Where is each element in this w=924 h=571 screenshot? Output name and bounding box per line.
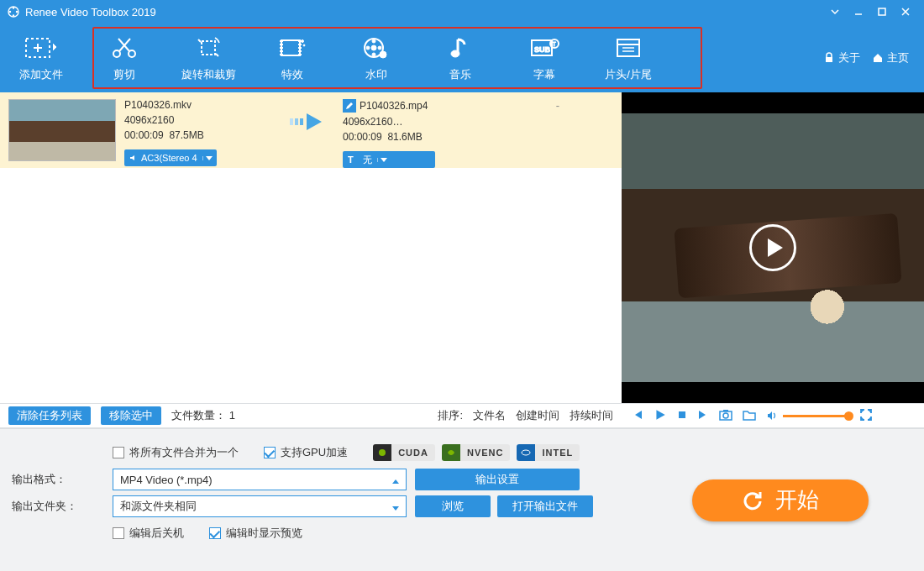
watermark-icon — [362, 34, 391, 62]
dst-dur-size: 00:00:09 81.6MB — [343, 131, 494, 143]
sort-by-name[interactable]: 文件名 — [473, 408, 506, 423]
tool-intro-label: 片头/片尾 — [605, 67, 652, 82]
preview-on-edit-checkbox[interactable]: 编辑时显示预览 — [209, 526, 302, 541]
speaker-icon — [129, 154, 138, 162]
add-file-label: 添加文件 — [19, 67, 63, 82]
subtitle-value: 无 — [363, 154, 372, 166]
dst-filename: P1040326.mp4 — [360, 100, 428, 112]
svg-point-11 — [302, 40, 304, 43]
tool-cut[interactable]: 剪切 — [82, 24, 166, 92]
svg-point-7 — [113, 50, 120, 57]
list-controls: 清除任务列表 移除选中 文件数量： 1 排序: 文件名 创建时间 持续时间 — [0, 403, 622, 428]
gpu-checkbox[interactable]: 支持GPU加速 — [264, 445, 348, 460]
home-link[interactable]: 主页 — [872, 50, 909, 65]
start-label: 开始 — [775, 485, 819, 515]
arrow-icon — [284, 99, 334, 133]
tool-music[interactable]: 音乐 — [418, 24, 502, 92]
svg-rect-29 — [826, 57, 832, 62]
svg-point-17 — [372, 53, 375, 56]
title-bar: Renee Video Toolbox 2019 — [0, 0, 924, 24]
scissors-icon — [110, 34, 139, 62]
folder-combobox[interactable]: 和源文件夹相同 — [113, 495, 407, 517]
browse-button[interactable]: 浏览 — [415, 495, 491, 517]
caret-down-icon — [202, 156, 216, 160]
shutdown-checkbox[interactable]: 编辑后关机 — [113, 526, 184, 541]
sort-by-ctime[interactable]: 创建时间 — [516, 408, 559, 423]
add-file-button[interactable]: 添加文件 — [0, 24, 82, 92]
src-filename: P1040326.mkv — [124, 99, 276, 111]
about-link[interactable]: 关于 — [823, 50, 860, 65]
svg-rect-33 — [679, 411, 685, 418]
open-output-button[interactable]: 打开输出文件 — [497, 495, 593, 517]
tool-rotate-crop[interactable]: 旋转和裁剪 — [166, 24, 250, 92]
merge-checkbox[interactable]: 将所有文件合并为一个 — [113, 445, 239, 460]
tool-subtitle[interactable]: SUBT 字幕 — [502, 24, 586, 92]
svg-rect-30 — [290, 118, 293, 125]
badge-intel: INTEL — [517, 444, 580, 461]
minimize-button[interactable] — [847, 0, 870, 24]
folder-label: 输出文件夹： — [12, 499, 104, 514]
shutdown-label: 编辑后关机 — [129, 526, 184, 541]
remove-selected-button[interactable]: 移除选中 — [101, 406, 161, 425]
dropdown-button[interactable] — [823, 0, 847, 24]
caret-down-icon — [377, 158, 391, 162]
app-title: Renee Video Toolbox 2019 — [25, 6, 156, 18]
home-icon — [872, 52, 884, 64]
open-folder-button[interactable] — [743, 409, 756, 423]
volume-icon — [766, 410, 778, 422]
stop-button[interactable] — [677, 410, 687, 422]
close-button[interactable] — [894, 0, 917, 24]
svg-point-35 — [723, 413, 728, 418]
snapshot-button[interactable] — [719, 409, 732, 423]
file-row[interactable]: P1040326.mkv 4096x2160 00:00:09 87.5MB A… — [0, 92, 622, 168]
volume-slider[interactable] — [783, 415, 850, 417]
svg-rect-10 — [281, 40, 300, 55]
file-thumbnail — [8, 99, 116, 161]
video-preview[interactable] — [622, 92, 924, 403]
clear-list-button[interactable]: 清除任务列表 — [8, 406, 91, 425]
app-logo-icon — [7, 5, 20, 18]
format-value: MP4 Video (*.mp4) — [120, 474, 213, 486]
output-settings-button[interactable]: 输出设置 — [415, 469, 580, 490]
format-combobox[interactable]: MP4 Video (*.mp4) — [113, 469, 407, 490]
svg-point-1 — [13, 7, 14, 8]
subtitle-dropdown[interactable]: T 无 — [343, 151, 435, 168]
svg-point-15 — [372, 39, 375, 43]
tool-effects-label: 特效 — [281, 67, 303, 82]
output-settings-panel: 将所有文件合并为一个 支持GPU加速 CUDA NVENC INTEL 输出格式… — [0, 429, 625, 571]
tool-rotate-label: 旋转和裁剪 — [181, 67, 236, 82]
intro-outro-icon — [614, 34, 643, 62]
fullscreen-button[interactable] — [860, 409, 872, 423]
audio-track-dropdown[interactable]: AC3(Stereo 4 — [124, 149, 217, 166]
tool-cut-label: 剪切 — [113, 67, 135, 82]
svg-point-19 — [380, 51, 386, 58]
maximize-button[interactable] — [870, 0, 894, 24]
src-dur-size: 00:00:09 87.5MB — [124, 129, 276, 141]
crop-rotate-icon — [194, 34, 223, 62]
src-resolution: 4096x2160 — [124, 114, 276, 126]
prev-button[interactable] — [632, 409, 643, 423]
badge-nvenc: NVENC — [442, 444, 511, 461]
svg-point-37 — [379, 449, 386, 456]
svg-text:T: T — [553, 41, 557, 47]
tool-watermark[interactable]: 水印 — [334, 24, 418, 92]
sort-by-duration[interactable]: 持续时间 — [570, 408, 613, 423]
tool-watermark-label: 水印 — [365, 67, 387, 82]
play-button[interactable] — [654, 408, 667, 424]
start-button[interactable]: 开始 — [692, 479, 869, 521]
refresh-icon — [742, 490, 764, 511]
preview-controls — [622, 403, 924, 428]
file-list: P1040326.mkv 4096x2160 00:00:09 87.5MB A… — [0, 92, 622, 403]
tool-effects[interactable]: 特效 — [250, 24, 334, 92]
main-toolbar: 添加文件 剪切 旋转和裁剪 特效 水印 音乐 SUBT 字幕 片头/片尾 关于 … — [0, 24, 924, 92]
svg-point-38 — [522, 450, 530, 455]
next-button[interactable] — [697, 409, 709, 423]
caret-up-icon — [392, 474, 399, 486]
tool-intro-outro[interactable]: 片头/片尾 — [586, 24, 670, 92]
svg-point-14 — [371, 45, 376, 50]
svg-rect-9 — [202, 41, 215, 55]
format-label: 输出格式： — [12, 472, 104, 487]
play-overlay-icon[interactable] — [749, 224, 796, 271]
volume-control[interactable] — [766, 410, 850, 422]
edit-icon[interactable] — [343, 99, 356, 113]
